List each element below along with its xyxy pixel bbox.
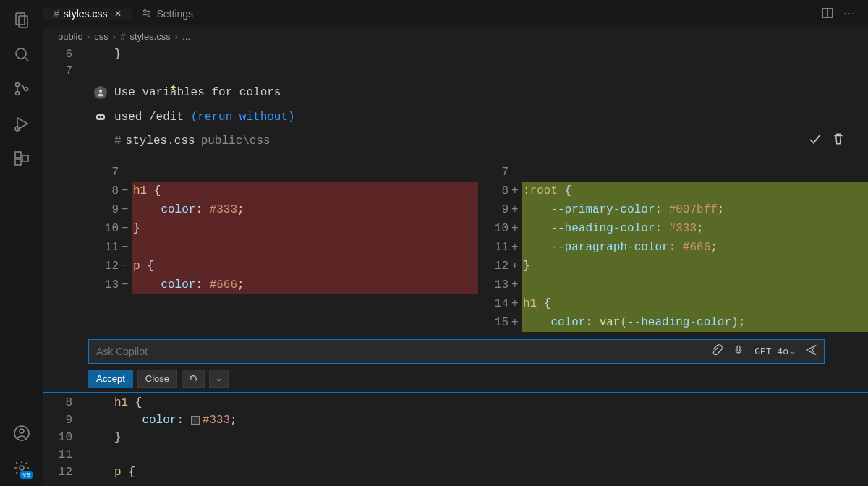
svg-point-15 <box>144 9 147 12</box>
breadcrumb-file[interactable]: styles.css <box>129 31 170 42</box>
tab-label: styles.css <box>64 8 108 20</box>
extensions-icon[interactable] <box>11 148 33 169</box>
diff-sign: + <box>511 219 522 238</box>
code-line[interactable]: } <box>85 46 868 63</box>
diff-sign: − <box>122 257 132 276</box>
accounts-icon[interactable] <box>11 422 33 444</box>
chevron-down-icon: ⌄ <box>791 347 795 356</box>
attach-icon[interactable] <box>711 344 723 359</box>
svg-point-23 <box>98 116 101 119</box>
diff-modified: 78+:root {9+ --primary-color: #007bff;10… <box>478 163 868 332</box>
diff-line-content <box>132 313 478 332</box>
diff-line-content <box>522 163 868 182</box>
editor-code[interactable]: 8h1 {9 color: #333;10}1112p { <box>43 393 868 481</box>
accept-button[interactable]: Accept <box>88 370 133 388</box>
copilot-used-text: used /edit (rerun without) <box>114 111 295 124</box>
regenerate-button[interactable] <box>182 370 205 388</box>
search-icon[interactable] <box>11 43 33 65</box>
run-debug-icon[interactable] <box>11 113 33 135</box>
diff-line-content <box>132 294 478 313</box>
microphone-icon[interactable] <box>733 344 744 359</box>
more-icon[interactable]: ··· <box>843 7 856 21</box>
code-line[interactable]: ✦ <box>85 63 868 80</box>
svg-point-5 <box>15 92 19 95</box>
code-line[interactable]: } <box>85 429 868 446</box>
code-line[interactable]: p { <box>85 464 868 481</box>
inline-chat-input[interactable]: GPT 4o ⌄ <box>88 339 825 364</box>
svg-point-6 <box>24 88 27 91</box>
line-number: 11 <box>43 446 85 464</box>
send-icon[interactable] <box>805 344 817 359</box>
file-reference[interactable]: # styles.css public\css <box>88 129 856 155</box>
code-line[interactable] <box>85 446 868 464</box>
diff-row: 10−} <box>88 219 478 238</box>
diff-row: 12+} <box>478 257 868 276</box>
diff-row: 8−h1 { <box>88 182 478 200</box>
svg-rect-1 <box>19 16 27 27</box>
accept-check-icon[interactable] <box>809 132 822 149</box>
diff-row: 14+h1 { <box>478 294 868 313</box>
user-avatar-icon <box>94 86 107 99</box>
rerun-link[interactable]: (rerun without) <box>191 111 295 124</box>
svg-point-14 <box>20 466 24 470</box>
diff-sign: − <box>122 238 132 257</box>
line-number: 13 <box>478 276 511 294</box>
diff-sign: − <box>122 200 132 219</box>
breadcrumb[interactable]: public › css › # styles.css › ... <box>43 27 868 46</box>
svg-rect-0 <box>16 13 25 25</box>
diff-row: 9+ --primary-color: #007bff; <box>478 200 868 219</box>
line-number: 13 <box>88 276 122 294</box>
model-picker[interactable]: GPT 4o ⌄ <box>754 346 795 357</box>
svg-point-13 <box>20 429 24 433</box>
chevron-right-icon: › <box>113 31 116 42</box>
chat-input-field[interactable] <box>96 346 702 357</box>
breadcrumb-part[interactable]: css <box>94 31 109 42</box>
line-number: 8 <box>88 182 122 200</box>
settings-icon[interactable]: VS <box>11 457 33 479</box>
tab-label: Settings <box>156 8 193 20</box>
svg-rect-9 <box>15 152 21 158</box>
breadcrumb-trailing[interactable]: ... <box>182 31 190 42</box>
css-file-icon: # <box>120 31 125 42</box>
code-line[interactable]: h1 { <box>85 394 868 412</box>
line-number: 9 <box>478 200 511 219</box>
diff-sign: + <box>511 200 522 219</box>
line-number: 10 <box>43 429 85 446</box>
copilot-message: used /edit (rerun without) <box>88 105 868 129</box>
settings-tab-icon <box>142 8 152 20</box>
close-button[interactable]: Close <box>137 370 177 388</box>
diff-line-content: --paragraph-color: #666; <box>522 238 868 257</box>
chevron-down-icon: ⌄ <box>216 374 222 383</box>
diff-sign: − <box>122 182 132 200</box>
line-number: 14 <box>478 294 511 313</box>
diff-row: 11+ --paragraph-color: #666; <box>478 238 868 257</box>
diff-sign: + <box>511 182 522 200</box>
diff-row: 7 <box>478 163 868 182</box>
editor[interactable]: 6 } 7 ✦ Use variables for colors <box>43 46 868 486</box>
close-icon[interactable]: ✕ <box>114 9 122 19</box>
diff-sign: + <box>511 276 522 294</box>
diff-row: 8+:root { <box>478 182 868 200</box>
diff-sign: − <box>122 276 132 294</box>
user-message: Use variables for colors <box>88 80 868 105</box>
split-editor-icon[interactable] <box>822 7 833 21</box>
code-line[interactable]: color: #333; <box>85 412 868 429</box>
diff-row: 15+ color: var(--heading-color); <box>478 313 868 332</box>
diff-line-content <box>132 238 478 257</box>
svg-point-2 <box>16 48 26 59</box>
breadcrumb-part[interactable]: public <box>58 31 82 42</box>
line-number <box>88 313 122 332</box>
line-number: 8 <box>478 182 511 200</box>
file-reference-name: styles.css <box>126 135 195 148</box>
inline-chat-actions: Accept Close ⌄ <box>88 370 868 388</box>
svg-point-17 <box>148 13 150 16</box>
line-number: 7 <box>88 163 122 182</box>
source-control-icon[interactable] <box>11 78 33 100</box>
discard-trash-icon[interactable] <box>832 132 845 149</box>
tab-styles-css[interactable]: #styles.css✕ <box>43 8 132 20</box>
tab-settings[interactable]: Settings <box>132 8 203 20</box>
explorer-icon[interactable] <box>11 9 33 30</box>
svg-rect-10 <box>15 159 21 165</box>
diff-sign: + <box>511 294 522 313</box>
more-actions-button[interactable]: ⌄ <box>209 370 229 388</box>
